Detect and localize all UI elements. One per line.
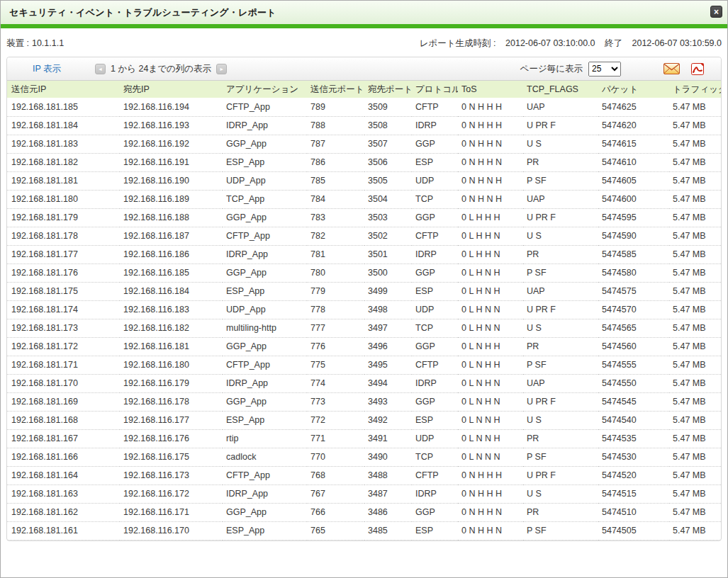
table-cell: 778 <box>307 300 364 319</box>
table-cell: 192.168.116.175 <box>120 448 223 466</box>
table-cell: 782 <box>307 227 364 245</box>
table-cell: 192.168.116.185 <box>120 264 223 282</box>
table-cell: 192.168.181.185 <box>7 98 120 116</box>
table-cell: 5.47 MB <box>669 448 721 466</box>
table-cell: 3492 <box>364 411 412 429</box>
column-header-source-port: 送信元ポート <box>307 81 364 98</box>
table-cell: 5474570 <box>598 300 669 319</box>
close-button[interactable]: × <box>710 6 722 18</box>
table-row: 192.168.181.182192.168.116.191ESP_App786… <box>7 153 721 171</box>
table-cell: rtip <box>223 429 307 448</box>
table-cell: U S <box>523 227 598 245</box>
table-cell: 192.168.181.169 <box>7 392 120 411</box>
table-row: 192.168.181.168192.168.116.177ESP_App772… <box>7 411 721 429</box>
table-cell: 5474520 <box>598 466 669 484</box>
table-cell: 192.168.181.177 <box>7 245 120 264</box>
table-cell: 192.168.116.188 <box>120 208 223 227</box>
table-cell: 5.47 MB <box>669 392 721 411</box>
table-cell: 192.168.116.170 <box>120 521 223 540</box>
table-row: 192.168.181.178192.168.116.187CFTP_App78… <box>7 227 721 245</box>
report-panel: IP 表示 ◄ 1 から 24までの列の表示 ► ページ毎に表示 25 <box>6 57 722 541</box>
table-cell: GGP <box>412 503 458 521</box>
column-header-packets: パケット <box>598 81 669 98</box>
ip-display-link[interactable]: IP 表示 <box>33 63 61 75</box>
report-start-time: 2012-06-07 03:10:00.0 <box>505 38 595 48</box>
report-table: 送信元IP 宛先IP アプリケーション 送信元ポート 宛先ポート プロトコル T… <box>7 81 721 540</box>
table-cell: 192.168.181.170 <box>7 374 120 392</box>
table-cell: PR <box>523 245 598 264</box>
table-cell: 192.168.181.172 <box>7 337 120 356</box>
table-cell: 3493 <box>364 392 412 411</box>
table-cell: 774 <box>307 374 364 392</box>
table-cell: UAP <box>523 374 598 392</box>
table-cell: 3509 <box>364 98 412 116</box>
table-cell: UAP <box>523 190 598 208</box>
report-time-label: レポート生成時刻 : <box>420 38 496 48</box>
column-header-tcp-flags: TCP_FLAGS <box>523 81 598 98</box>
table-cell: 5.47 MB <box>669 282 721 300</box>
table-cell: 789 <box>307 98 364 116</box>
table-cell: 0 L N N H <box>458 429 523 448</box>
table-cell: 5474590 <box>598 227 669 245</box>
table-cell: 192.168.116.172 <box>120 484 223 503</box>
table-cell: 5474615 <box>598 135 669 153</box>
table-cell: ESP_App <box>223 411 307 429</box>
table-cell: IDRP_App <box>223 484 307 503</box>
table-cell: 192.168.181.167 <box>7 429 120 448</box>
table-cell: 780 <box>307 264 364 282</box>
table-cell: 3499 <box>364 282 412 300</box>
close-icon: × <box>714 7 719 17</box>
table-cell: GGP <box>412 392 458 411</box>
table-cell: 0 L H H N <box>458 245 523 264</box>
mail-report-button[interactable] <box>663 63 680 74</box>
table-cell: U PR F <box>523 208 598 227</box>
table-cell: 3486 <box>364 503 412 521</box>
table-cell: 192.168.116.182 <box>120 319 223 337</box>
table-cell: 192.168.181.175 <box>7 282 120 300</box>
table-cell: 0 N H H H <box>458 466 523 484</box>
table-cell: 5.47 MB <box>669 521 721 540</box>
table-cell: 5.47 MB <box>669 98 721 116</box>
device-label: 装置 : <box>6 38 29 48</box>
table-cell: 5.47 MB <box>669 356 721 374</box>
table-cell: 5474625 <box>598 98 669 116</box>
table-cell: 5474575 <box>598 282 669 300</box>
table-cell: U S <box>523 411 598 429</box>
table-cell: 0 L N H H <box>458 356 523 374</box>
pdf-export-button[interactable] <box>691 63 704 75</box>
table-cell: 785 <box>307 171 364 190</box>
table-cell: CFTP <box>412 98 458 116</box>
table-cell: 5.47 MB <box>669 429 721 448</box>
table-cell: 765 <box>307 521 364 540</box>
table-cell: IDRP_App <box>223 116 307 135</box>
table-cell: 5474605 <box>598 171 669 190</box>
table-cell: GGP_App <box>223 208 307 227</box>
table-cell: ESP_App <box>223 282 307 300</box>
table-cell: 192.168.181.182 <box>7 153 120 171</box>
table-cell: 192.168.181.164 <box>7 466 120 484</box>
table-cell: 5474600 <box>598 190 669 208</box>
table-cell: 3505 <box>364 171 412 190</box>
table-cell: cadlock <box>223 448 307 466</box>
table-cell: 192.168.181.174 <box>7 300 120 319</box>
table-cell: 787 <box>307 135 364 153</box>
table-cell: 192.168.116.183 <box>120 300 223 319</box>
next-page-button[interactable]: ► <box>216 64 227 74</box>
table-cell: 192.168.181.183 <box>7 135 120 153</box>
table-cell: TCP <box>412 319 458 337</box>
table-cell: 772 <box>307 411 364 429</box>
table-cell: GGP <box>412 264 458 282</box>
table-row: 192.168.181.176192.168.116.185GGP_App780… <box>7 264 721 282</box>
table-cell: 192.168.181.171 <box>7 356 120 374</box>
table-row: 192.168.181.184192.168.116.193IDRP_App78… <box>7 116 721 135</box>
table-cell: 192.168.181.176 <box>7 264 120 282</box>
table-cell: P SF <box>523 448 598 466</box>
table-cell: 192.168.116.178 <box>120 392 223 411</box>
prev-page-button[interactable]: ◄ <box>95 64 106 74</box>
table-cell: CFTP_App <box>223 356 307 374</box>
table-cell: U S <box>523 319 598 337</box>
table-cell: 0 L N N H <box>458 411 523 429</box>
per-page-select[interactable]: 25 <box>588 62 621 76</box>
table-cell: 192.168.116.187 <box>120 227 223 245</box>
table-cell: 5.47 MB <box>669 135 721 153</box>
